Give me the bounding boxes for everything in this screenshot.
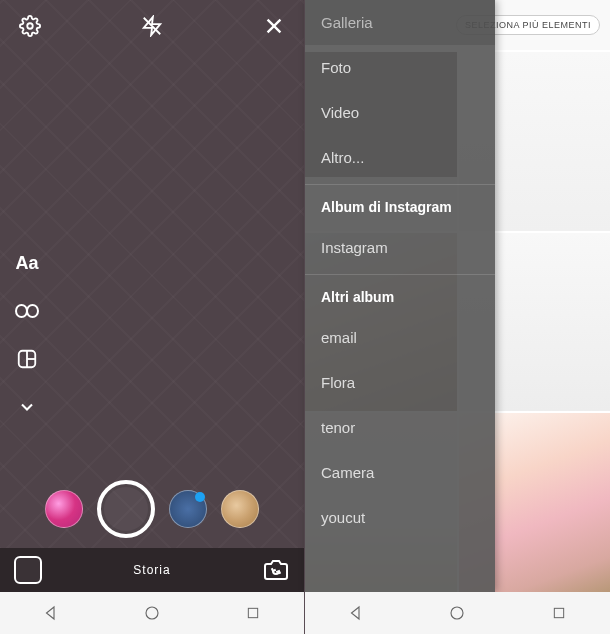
camera-top-bar [0, 0, 304, 38]
dropdown-item[interactable]: email [305, 315, 495, 360]
dropdown-item[interactable]: Altro... [305, 135, 495, 180]
svg-point-12 [451, 607, 463, 619]
dropdown-item[interactable]: Instagram [305, 225, 495, 270]
nav-back-icon[interactable] [345, 602, 367, 624]
nav-home-icon[interactable] [446, 602, 468, 624]
nav-home-icon[interactable] [141, 602, 163, 624]
nav-back-icon[interactable] [40, 602, 62, 624]
dropdown-item[interactable]: Flora [305, 360, 495, 405]
svg-marker-8 [46, 607, 54, 619]
camera-screen: Aa Storia [0, 0, 305, 634]
effect-thumbnail[interactable] [169, 490, 207, 528]
chevron-down-icon[interactable] [14, 394, 40, 420]
text-tool-icon[interactable]: Aa [14, 250, 40, 276]
camera-bottom-bar: Storia [0, 548, 304, 592]
nav-recent-icon[interactable] [548, 602, 570, 624]
dropdown-item[interactable]: tenor [305, 405, 495, 450]
android-nav-bar [0, 592, 304, 634]
android-nav-bar [305, 592, 610, 634]
effects-row [0, 480, 304, 538]
dropdown-section-header: Altri album [305, 274, 495, 315]
svg-marker-11 [351, 607, 359, 619]
switch-camera-icon[interactable] [262, 556, 290, 584]
flash-off-icon[interactable] [140, 14, 164, 38]
svg-rect-13 [554, 608, 563, 617]
effect-thumbnail[interactable] [221, 490, 259, 528]
album-dropdown: Galleria Foto Video Altro... Album di In… [305, 0, 495, 592]
gallery-screen: SELEZIONA PIÙ ELEMENTI Galleria Foto Vid… [305, 0, 610, 634]
close-icon[interactable] [262, 14, 286, 38]
capture-mode-label[interactable]: Storia [133, 563, 170, 577]
shutter-button[interactable] [97, 480, 155, 538]
dropdown-item[interactable]: youcut [305, 495, 495, 540]
effect-thumbnail[interactable] [45, 490, 83, 528]
svg-rect-10 [249, 608, 258, 617]
layout-icon[interactable] [14, 346, 40, 372]
gallery-thumbnail-button[interactable] [14, 556, 42, 584]
settings-icon[interactable] [18, 14, 42, 38]
dropdown-item[interactable]: Video [305, 90, 495, 135]
boomerang-icon[interactable] [14, 298, 40, 324]
dropdown-item[interactable]: Camera [305, 450, 495, 495]
dropdown-item[interactable]: Galleria [305, 0, 495, 45]
nav-recent-icon[interactable] [242, 602, 264, 624]
svg-point-9 [146, 607, 158, 619]
camera-side-tools: Aa [14, 250, 40, 420]
dropdown-section-header: Album di Instagram [305, 184, 495, 225]
svg-point-0 [27, 23, 33, 29]
dropdown-item[interactable]: Foto [305, 45, 495, 90]
